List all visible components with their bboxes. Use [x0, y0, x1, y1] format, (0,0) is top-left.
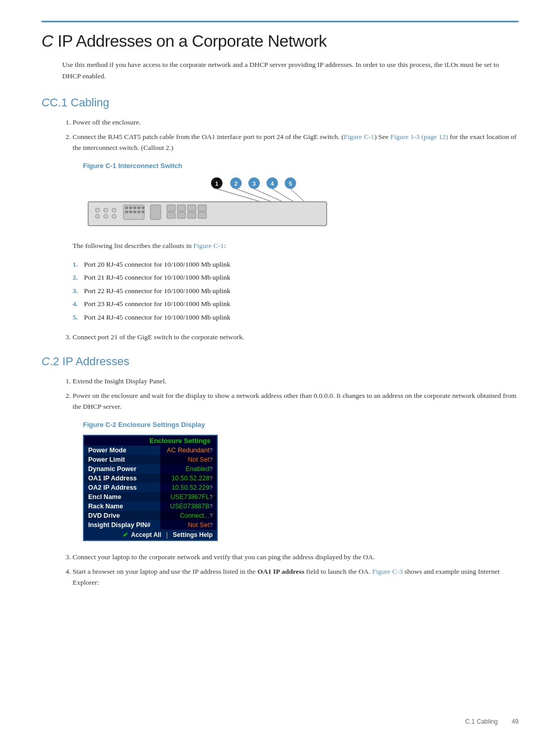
c1-step-2: Connect the RJ45 CAT5 patch cable from t…	[73, 131, 519, 154]
enc-val-oa1-ip: 10.50.52.228?	[160, 474, 217, 483]
section-c2: C.2 IP Addresses Extend the Insight Disp…	[41, 355, 519, 588]
figure-c3-ref[interactable]: Figure C-3	[372, 568, 403, 575]
enc-row-encl-name: Encl Name USE73867FL?	[83, 492, 217, 502]
enc-row-rack-name: Rack Name USE073887B?	[83, 502, 217, 511]
callout-item-5: 5. Port 24 RJ-45 connector for 10/100/10…	[73, 312, 519, 323]
svg-text:2: 2	[234, 181, 237, 187]
top-rule	[41, 21, 519, 22]
svg-point-19	[95, 214, 100, 218]
figure-c2-caption: Figure C-2 Enclosure Settings Display	[83, 421, 519, 429]
callout-intro-text: The following list describes the callout…	[73, 240, 519, 252]
svg-rect-27	[142, 206, 145, 209]
svg-rect-34	[167, 205, 175, 211]
enc-label-rack-name: Rack Name	[83, 502, 160, 511]
enc-label-encl-name: Encl Name	[83, 492, 160, 502]
svg-text:5: 5	[289, 181, 292, 187]
enc-label-power-mode: Power Mode	[83, 446, 160, 455]
svg-rect-26	[137, 206, 141, 209]
enc-row-power-mode: Power Mode AC Redundant?	[83, 446, 217, 455]
accept-all-button[interactable]: ✔ Accept All	[123, 531, 163, 538]
c1-step3-list: Connect port 21 of the GigE switch to th…	[73, 331, 519, 343]
svg-line-10	[217, 189, 264, 203]
section-c1: CC.1 Cabling Power off the enclosure. Co…	[41, 96, 519, 342]
callout-item-1: 1. Port 20 RJ-45 connector for 10/100/10…	[73, 259, 519, 270]
svg-text:4: 4	[271, 181, 274, 187]
enc-val-dvd-drive: Connect...?	[160, 511, 217, 520]
enc-val-power-limit: Not Set?	[160, 455, 217, 464]
svg-rect-23	[125, 206, 128, 209]
intro-paragraph: Use this method if you have access to th…	[62, 59, 519, 81]
footer-spacer	[499, 718, 510, 725]
svg-point-21	[112, 214, 116, 218]
svg-point-18	[112, 208, 116, 212]
section-heading-c2: C.2 IP Addresses	[41, 355, 519, 368]
callout-item-3: 3. Port 22 RJ-45 connector for 10/100/10…	[73, 285, 519, 297]
svg-line-11	[236, 189, 275, 203]
enclosure-settings-table: Enclosure Settings Power Mode AC Redunda…	[83, 435, 218, 541]
svg-rect-41	[198, 212, 206, 218]
enc-table-title-row: Enclosure Settings	[83, 435, 217, 446]
enc-row-insight-pin: Insight Display PIN# Not Set?	[83, 520, 217, 530]
svg-rect-24	[129, 206, 132, 209]
svg-point-16	[95, 208, 100, 212]
c1-steps-list: Power off the enclosure. Connect the RJ4…	[73, 117, 519, 154]
figure-c1-ref[interactable]: Figure C-1	[344, 133, 374, 141]
callout-item-2: 2. Port 21 RJ-45 connector for 10/100/10…	[73, 272, 519, 283]
svg-rect-36	[177, 205, 186, 211]
enc-row-oa2-ip: OA2 IP Address 10.50.52.229?	[83, 483, 217, 492]
svg-rect-33	[150, 205, 161, 219]
page-footer: C.1 Cabling 49	[465, 718, 519, 725]
svg-line-13	[272, 189, 296, 203]
svg-rect-38	[188, 205, 196, 211]
svg-rect-37	[177, 212, 186, 218]
callout-item-4: 4. Port 23 RJ-45 connector for 10/100/10…	[73, 298, 519, 310]
figure-c1-caption: Figure C-1 Interconnect Switch	[83, 162, 519, 170]
enc-val-encl-name: USE73867FL?	[160, 492, 217, 502]
svg-rect-40	[198, 205, 206, 211]
enc-label-dynamic-power: Dynamic Power	[83, 464, 160, 474]
enc-val-rack-name: USE073887B?	[160, 502, 217, 511]
svg-rect-25	[133, 206, 136, 209]
svg-rect-32	[142, 211, 145, 213]
c2-steps-list-2: Connect your laptop to the corporate net…	[73, 551, 519, 588]
svg-rect-29	[129, 211, 132, 213]
page-number: 49	[512, 718, 519, 725]
settings-help-button[interactable]: Settings Help	[173, 531, 213, 538]
c1-step-1: Power off the enclosure.	[73, 117, 519, 128]
svg-point-17	[104, 208, 108, 212]
page-title: C IP Addresses on a Corporate Network	[41, 32, 519, 51]
svg-text:1: 1	[215, 181, 218, 187]
figure-c1-ref2[interactable]: Figure C-1	[193, 242, 224, 250]
c1-step-3: Connect port 21 of the GigE switch to th…	[73, 331, 519, 343]
enc-row-dynamic-power: Dynamic Power Enabled?	[83, 464, 217, 474]
svg-line-14	[290, 189, 306, 203]
enc-row-dvd-drive: DVD Drive Connect...?	[83, 511, 217, 520]
callout-lines-svg: 1 2 3 4 5	[83, 176, 332, 228]
enc-val-oa2-ip: 10.50.52.229?	[160, 483, 217, 492]
c2-step-3: Connect your laptop to the corporate net…	[73, 551, 519, 563]
figure-c1-container: 1 2 3 4 5	[83, 176, 519, 228]
enc-label-power-limit: Power Limit	[83, 455, 160, 464]
section-heading-c1: CC.1 Cabling	[41, 96, 519, 109]
footer-section-ref: C.1 Cabling	[465, 718, 498, 725]
c2-step-4: Start a browser on your laptop and use t…	[73, 566, 519, 588]
enc-val-dynamic-power: Enabled?	[160, 464, 217, 474]
c2-steps-list: Extend the Insight Display Panel. Power …	[73, 376, 519, 412]
enc-table-wrapper: Enclosure Settings Power Mode AC Redunda…	[83, 435, 519, 541]
c2-step-2: Power on the enclosure and wait for the …	[73, 390, 519, 412]
enc-row-oa1-ip: OA1 IP Address 10.50.52.228?	[83, 474, 217, 483]
enc-label-oa2-ip: OA2 IP Address	[83, 483, 160, 492]
svg-text:3: 3	[253, 181, 256, 187]
enc-row-power-limit: Power Limit Not Set?	[83, 455, 217, 464]
enc-label-insight-pin: Insight Display PIN#	[83, 520, 160, 530]
enc-label-dvd-drive: DVD Drive	[83, 511, 160, 520]
callout-list: 1. Port 20 RJ-45 connector for 10/100/10…	[73, 259, 519, 323]
enc-table-title: Enclosure Settings	[83, 435, 217, 446]
svg-rect-28	[125, 211, 128, 213]
svg-rect-31	[137, 211, 141, 213]
enc-label-oa1-ip: OA1 IP Address	[83, 474, 160, 483]
svg-rect-35	[167, 212, 175, 218]
c2-step-1: Extend the Insight Display Panel.	[73, 376, 519, 387]
svg-point-20	[104, 214, 108, 218]
figure-1-3-ref[interactable]: Figure 1-3 (page 12)	[390, 133, 448, 141]
